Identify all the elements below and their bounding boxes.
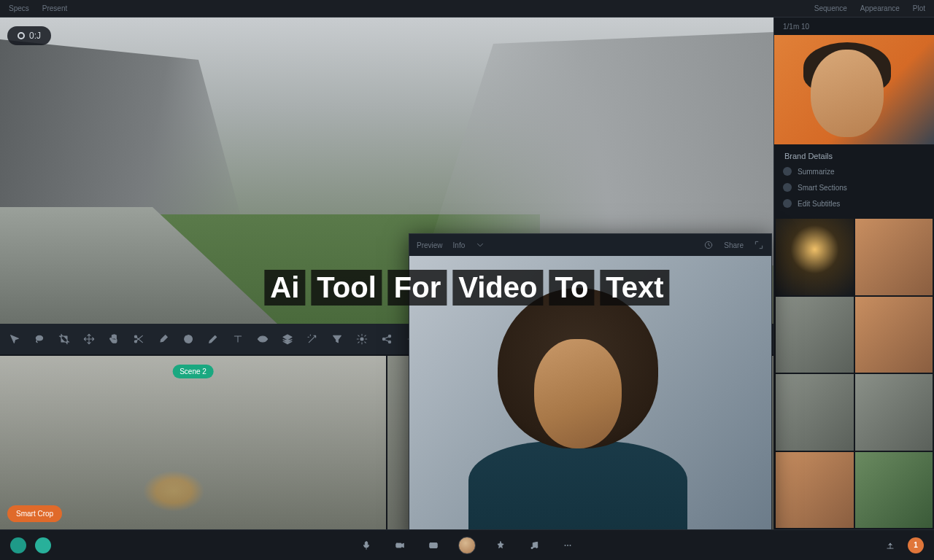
dock-notification-badge[interactable]: 1 (908, 537, 924, 553)
tool-eye[interactable] (255, 332, 270, 346)
tool-brush[interactable] (156, 332, 171, 346)
tool-hand[interactable] (107, 332, 121, 346)
tool-gear[interactable] (355, 332, 369, 346)
subwin-tab-share[interactable]: Share (724, 241, 744, 249)
sidebar-hero-thumb[interactable] (774, 35, 934, 144)
sidebar-list: Summarize Smart Sections Edit Subtitles (774, 163, 934, 217)
tool-filter[interactable] (330, 332, 344, 346)
record-icon (18, 32, 25, 39)
expand-icon[interactable] (754, 240, 764, 250)
dock-captions-icon[interactable] (425, 537, 442, 554)
svg-point-27 (570, 545, 571, 546)
nav-item-present[interactable]: Present (42, 4, 67, 12)
dock-mic-icon[interactable] (358, 537, 375, 554)
bullet-icon (783, 167, 792, 176)
clip-scene-tag[interactable]: Scene 2 (172, 365, 214, 378)
sidebar-item-edit-subtitles[interactable]: Edit Subtitles (783, 195, 925, 211)
smart-crop-chip[interactable]: Smart Crop (7, 505, 62, 522)
tool-lasso[interactable] (32, 332, 47, 346)
headline-word: Video (452, 270, 543, 306)
sidebar-info-row: 1/1m 10 (774, 18, 934, 35)
portrait-placeholder (454, 281, 702, 543)
tool-crop[interactable] (57, 332, 72, 346)
sidebar-info-text: 1/1m 10 (783, 23, 809, 31)
tool-move[interactable] (82, 332, 96, 346)
bottom-dock: 1 (0, 529, 934, 560)
sidebar-item-smart-sections[interactable]: Smart Sections (783, 179, 925, 195)
dock-camera-icon[interactable] (391, 537, 409, 554)
tool-text[interactable] (231, 332, 245, 346)
dock-upload-icon[interactable] (881, 537, 899, 554)
dock-avatar[interactable] (458, 537, 476, 554)
dock-music-icon[interactable] (525, 537, 543, 554)
grid-thumb[interactable] (855, 452, 933, 529)
bullet-icon (783, 199, 792, 208)
tool-layers[interactable] (280, 332, 295, 346)
headline-word: For (388, 270, 447, 306)
nav-item-sequence[interactable]: Sequence (814, 4, 847, 12)
headline-word: Tool (311, 270, 382, 306)
grid-thumb[interactable] (855, 297, 933, 373)
clock-icon[interactable] (703, 240, 714, 250)
timecode-pill[interactable]: 0:J (7, 26, 51, 45)
nav-item-plot[interactable]: Plot (913, 4, 925, 12)
tool-wand[interactable] (305, 332, 320, 346)
sidebar-item-label: Edit Subtitles (798, 200, 840, 208)
svg-point-26 (567, 545, 568, 546)
bullet-icon (783, 183, 792, 192)
dock-more-icon[interactable] (559, 537, 576, 554)
dock-effects-icon[interactable] (492, 537, 509, 554)
headline-word: Ai (264, 270, 305, 306)
headline-overlay: Ai Tool For Video To Text (264, 270, 669, 306)
svg-rect-21 (396, 543, 402, 548)
grid-thumb[interactable] (776, 374, 854, 451)
subwin-tab-preview[interactable]: Preview (417, 241, 443, 249)
svg-point-23 (531, 547, 533, 548)
svg-point-24 (536, 546, 537, 548)
sidebar-item-summarize[interactable]: Summarize (783, 163, 925, 179)
grid-thumb[interactable] (776, 297, 854, 373)
sidebar-thumb-grid (774, 217, 934, 529)
chevron-down-icon[interactable] (475, 240, 485, 250)
subwin-toolbar: Preview Info Share (409, 234, 771, 256)
nav-item-appearance[interactable]: Appearance (860, 4, 900, 12)
nav-item-specs[interactable]: Specs (9, 4, 29, 12)
tool-mask[interactable] (181, 332, 196, 346)
headline-word: To (549, 270, 594, 306)
grid-thumb[interactable] (855, 219, 933, 295)
svg-point-5 (360, 338, 363, 341)
timecode-value: 0:J (29, 31, 41, 41)
headline-word: Text (600, 270, 669, 306)
viewer-mini-thumb[interactable] (731, 45, 765, 79)
tool-share[interactable] (379, 332, 394, 346)
right-sidebar: 1/1m 10 Brand Details Summarize Smart Se… (773, 18, 934, 529)
top-nav: Specs Present Sequence Appearance Plot (0, 0, 934, 18)
grid-thumb[interactable] (855, 374, 933, 451)
tool-pointer[interactable] (7, 332, 22, 346)
sidebar-section-title: Brand Details (774, 144, 934, 163)
svg-rect-22 (430, 542, 438, 548)
sidebar-item-label: Summarize (798, 168, 835, 176)
grid-thumb[interactable] (776, 219, 854, 295)
clip-1[interactable]: Scene 2 Smart Crop (0, 356, 386, 529)
svg-point-4 (261, 338, 263, 340)
tool-scissors[interactable] (131, 332, 146, 346)
dock-left-chip-1[interactable] (10, 537, 26, 553)
subwin-tab-info[interactable]: Info (453, 241, 466, 249)
dock-left-chip-2[interactable] (35, 537, 51, 553)
tool-pen[interactable] (206, 332, 220, 346)
svg-point-25 (565, 545, 566, 546)
sidebar-item-label: Smart Sections (798, 184, 847, 192)
grid-thumb[interactable] (776, 452, 854, 529)
